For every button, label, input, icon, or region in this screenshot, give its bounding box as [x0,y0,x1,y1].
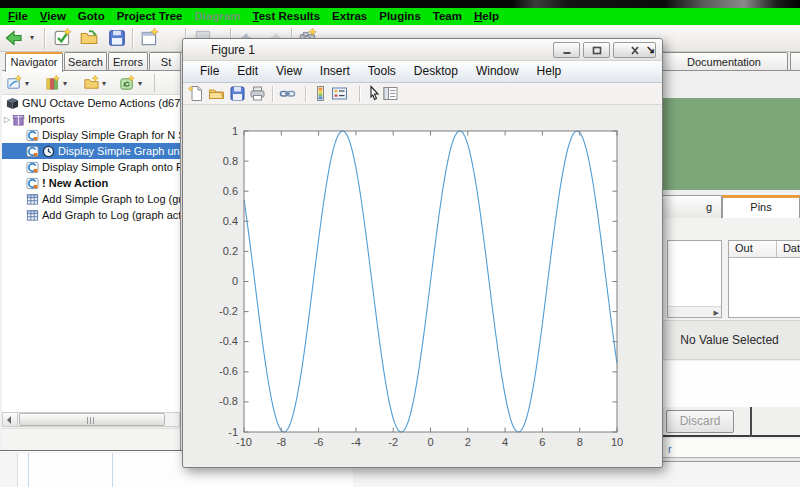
maximize-button[interactable] [583,42,610,58]
tree-item[interactable]: Add Graph to Log (graph actio [2,207,180,223]
tab-search[interactable]: Search [64,52,107,71]
scrollbar-left-arrow[interactable] [3,413,18,426]
figure-menu-desktop[interactable]: Desktop [405,61,467,82]
tree-item[interactable]: GNU Octave Demo Actions (d67_ [2,95,180,111]
new-octave-button[interactable]: ▾ [119,73,142,93]
new-window-icon [140,27,160,49]
column-header-data[interactable]: Dat [777,241,800,257]
pins-list-panel: ▶ [667,240,722,318]
menu-plugins[interactable]: Plugins [373,8,427,25]
check-new-button[interactable] [53,27,77,50]
new-folder-button[interactable]: ▾ [83,73,106,93]
menu-project-tree[interactable]: Project Tree [111,8,189,25]
svg-text:-4: -4 [351,436,361,448]
legend-button[interactable] [331,85,350,103]
toolbar-separator [272,86,273,102]
expander-icon[interactable]: ▷ [2,115,12,124]
clock-icon [42,145,58,158]
tree-item[interactable]: ! New Action [2,175,180,191]
svg-text:-0.6: -0.6 [219,365,238,377]
column-header-out[interactable]: Out [729,241,777,257]
mini-scrollbar[interactable]: ▶ [668,306,721,317]
menu-help[interactable]: Help [468,8,505,25]
colorbar-icon [312,85,329,102]
scrollbar-thumb[interactable] [19,413,165,426]
dropdown-chevron-icon[interactable]: ▾ [30,33,34,42]
new-window-button[interactable] [140,27,164,50]
menu-extras[interactable]: Extras [326,8,373,25]
tab-divider [657,70,800,71]
edit-cursor-icon [366,85,383,102]
panel-splitter-vertical[interactable] [180,52,181,451]
figure-titlebar[interactable]: Figure 1 [183,39,662,61]
menu-view[interactable]: View [34,8,72,25]
new-run-button[interactable]: ▾ [6,73,29,93]
tab-st[interactable]: St [149,52,183,71]
figure-menu-insert[interactable]: Insert [311,61,359,82]
check-new-icon [53,27,73,49]
inspector-button[interactable] [382,85,401,103]
divider [750,407,752,437]
menu-test-results[interactable]: Test Results [247,8,327,25]
save-floppy-button[interactable] [229,85,248,103]
save-floppy-icon [229,85,246,102]
tree-item[interactable]: ▷Imports [2,111,180,127]
action-icon [26,129,42,142]
toolbar-separator [359,86,360,102]
tab-pins[interactable]: Pins [722,195,800,218]
new-columns-button[interactable]: ▾ [44,73,67,93]
svg-text:-10: -10 [236,436,252,448]
new-doc-icon [188,85,205,102]
figure-menu-tools[interactable]: Tools [359,61,405,82]
link-plot-button[interactable] [279,85,298,103]
tab-navigator[interactable]: Navigator [5,52,63,72]
figure-menu-edit[interactable]: Edit [228,61,267,82]
tab-partial[interactable] [790,52,800,71]
figure-menu-help[interactable]: Help [528,61,571,82]
figure-menubar: FileEditViewInsertToolsDesktopWindowHelp [183,61,662,83]
dropdown-chevron-icon[interactable]: ▾ [63,79,67,88]
scrollbar-right-arrow[interactable]: ▶ [714,309,719,317]
new-doc-button[interactable] [188,85,207,103]
tree-item[interactable]: Add Simple Graph to Log (grap [2,191,180,207]
figure-title: Figure 1 [211,43,255,57]
discard-button[interactable]: Discard [666,410,734,433]
svg-text:-6: -6 [314,436,324,448]
lower-strip: r [659,439,800,457]
documentation-preview-panel [659,98,800,190]
back-button[interactable] [4,27,28,50]
tree-item-label: ! New Action [42,177,108,189]
open-folder-button[interactable] [79,27,103,50]
figure-canvas: -10-8-6-4-20246810-1-0.8-0.6-0.4-0.200.2… [183,105,662,467]
menu-goto[interactable]: Goto [72,8,111,25]
dock-arrow-icon[interactable]: ↘ [646,43,655,56]
figure-menu-window[interactable]: Window [467,61,528,82]
menu-diagram: Diagram [189,8,247,25]
menu-team[interactable]: Team [427,8,468,25]
left-status-strip [2,428,180,450]
svg-text:1: 1 [232,125,238,137]
figure-menu-view[interactable]: View [267,61,311,82]
pins-table-header: Out Dat [729,241,800,258]
tree-item[interactable]: Display Simple Graph until [2,143,180,159]
dropdown-chevron-icon[interactable]: ▾ [25,79,29,88]
horizontal-scrollbar[interactable] [2,412,180,427]
menu-file[interactable]: File [2,8,34,25]
open-button[interactable] [208,85,227,103]
grid-icon [26,193,42,206]
figure-window[interactable]: Figure 1 FileEditViewInsertToolsDesktopW… [182,38,663,468]
tab-errors[interactable]: Errors [108,52,148,71]
print-button[interactable] [249,85,268,103]
figure-menu-file[interactable]: File [191,61,228,82]
navigator-tree: GNU Octave Demo Actions (d67_▷ImportsDis… [2,95,180,412]
dropdown-chevron-icon[interactable]: ▾ [102,79,106,88]
colorbar-button[interactable] [312,85,331,103]
tree-item-label: Display Simple Graph for N Se [42,129,180,141]
tab-documentation[interactable]: Documentation [660,52,788,71]
minimize-button[interactable] [553,42,580,58]
save-button[interactable] [107,27,131,50]
tree-item[interactable]: Display Simple Graph for N Se [2,127,180,143]
tree-item-label: GNU Octave Demo Actions (d67_ [22,97,180,109]
tree-item[interactable]: Display Simple Graph onto File [2,159,180,175]
dropdown-chevron-icon[interactable]: ▾ [138,79,142,88]
